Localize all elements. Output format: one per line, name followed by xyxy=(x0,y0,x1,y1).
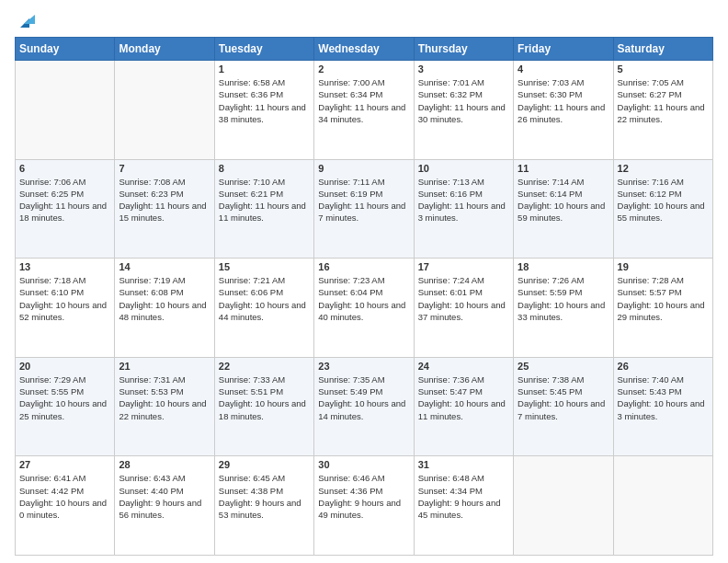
day-number: 29 xyxy=(219,459,310,470)
calendar-cell: 12Sunrise: 7:16 AMSunset: 6:12 PMDayligh… xyxy=(613,159,712,259)
logo xyxy=(15,11,37,29)
calendar-cell: 8Sunrise: 7:10 AMSunset: 6:21 PMDaylight… xyxy=(214,159,313,259)
weekday-header: Saturday xyxy=(613,38,712,61)
day-number: 31 xyxy=(418,459,509,470)
weekday-header: Sunday xyxy=(16,38,115,61)
logo-icon xyxy=(17,11,37,31)
day-info: Sunrise: 7:01 AMSunset: 6:32 PMDaylight:… xyxy=(418,76,509,125)
day-number: 22 xyxy=(219,361,310,372)
day-info: Sunrise: 6:58 AMSunset: 6:36 PMDaylight:… xyxy=(219,76,310,125)
day-number: 1 xyxy=(219,63,310,75)
calendar-cell: 2Sunrise: 7:00 AMSunset: 6:34 PMDaylight… xyxy=(314,61,414,160)
day-number: 4 xyxy=(518,63,609,75)
calendar-week-row: 20Sunrise: 7:29 AMSunset: 5:55 PMDayligh… xyxy=(16,357,713,456)
calendar-cell: 11Sunrise: 7:14 AMSunset: 6:14 PMDayligh… xyxy=(514,159,613,259)
calendar-cell: 9Sunrise: 7:11 AMSunset: 6:19 PMDaylight… xyxy=(314,159,414,259)
calendar-cell: 4Sunrise: 7:03 AMSunset: 6:30 PMDaylight… xyxy=(514,61,613,160)
weekday-header: Monday xyxy=(115,38,214,61)
day-number: 28 xyxy=(119,459,210,470)
calendar-cell: 31Sunrise: 6:48 AMSunset: 4:34 PMDayligh… xyxy=(414,456,513,556)
day-number: 26 xyxy=(618,361,709,372)
calendar-cell xyxy=(613,456,712,556)
calendar-cell xyxy=(514,456,613,556)
day-info: Sunrise: 6:46 AMSunset: 4:36 PMDaylight:… xyxy=(318,472,409,521)
calendar-cell: 20Sunrise: 7:29 AMSunset: 5:55 PMDayligh… xyxy=(16,357,115,456)
day-number: 12 xyxy=(618,163,709,174)
calendar-cell: 23Sunrise: 7:35 AMSunset: 5:49 PMDayligh… xyxy=(314,357,414,456)
weekday-header: Wednesday xyxy=(314,38,414,61)
calendar-cell: 10Sunrise: 7:13 AMSunset: 6:16 PMDayligh… xyxy=(414,159,513,259)
day-info: Sunrise: 7:38 AMSunset: 5:45 PMDaylight:… xyxy=(518,373,609,422)
day-info: Sunrise: 7:19 AMSunset: 6:08 PMDaylight:… xyxy=(119,274,210,323)
day-number: 2 xyxy=(318,63,409,75)
calendar-cell xyxy=(16,61,115,160)
calendar-cell: 25Sunrise: 7:38 AMSunset: 5:45 PMDayligh… xyxy=(514,357,613,456)
day-number: 6 xyxy=(19,163,110,174)
day-number: 24 xyxy=(418,361,509,372)
day-number: 7 xyxy=(119,163,210,174)
day-number: 9 xyxy=(318,163,409,174)
calendar-cell: 17Sunrise: 7:24 AMSunset: 6:01 PMDayligh… xyxy=(414,259,513,358)
calendar-week-row: 6Sunrise: 7:06 AMSunset: 6:25 PMDaylight… xyxy=(16,159,713,259)
calendar-cell: 26Sunrise: 7:40 AMSunset: 5:43 PMDayligh… xyxy=(613,357,712,456)
weekday-header: Tuesday xyxy=(214,38,313,61)
calendar-cell: 3Sunrise: 7:01 AMSunset: 6:32 PMDaylight… xyxy=(414,61,513,160)
day-info: Sunrise: 7:18 AMSunset: 6:10 PMDaylight:… xyxy=(19,274,110,323)
calendar-cell: 14Sunrise: 7:19 AMSunset: 6:08 PMDayligh… xyxy=(115,259,214,358)
day-info: Sunrise: 7:28 AMSunset: 5:57 PMDaylight:… xyxy=(618,274,709,323)
day-number: 10 xyxy=(418,163,509,174)
day-number: 11 xyxy=(518,163,609,174)
calendar-cell: 19Sunrise: 7:28 AMSunset: 5:57 PMDayligh… xyxy=(613,259,712,358)
day-number: 20 xyxy=(19,361,110,372)
calendar-cell: 29Sunrise: 6:45 AMSunset: 4:38 PMDayligh… xyxy=(214,456,313,556)
calendar-cell: 21Sunrise: 7:31 AMSunset: 5:53 PMDayligh… xyxy=(115,357,214,456)
day-info: Sunrise: 7:40 AMSunset: 5:43 PMDaylight:… xyxy=(618,373,709,422)
day-info: Sunrise: 7:08 AMSunset: 6:23 PMDaylight:… xyxy=(119,176,210,224)
calendar-cell: 5Sunrise: 7:05 AMSunset: 6:27 PMDaylight… xyxy=(613,61,712,160)
calendar-cell: 28Sunrise: 6:43 AMSunset: 4:40 PMDayligh… xyxy=(115,456,214,556)
day-info: Sunrise: 7:03 AMSunset: 6:30 PMDaylight:… xyxy=(518,76,609,125)
day-info: Sunrise: 7:16 AMSunset: 6:12 PMDaylight:… xyxy=(618,176,709,224)
calendar-header-row: SundayMondayTuesdayWednesdayThursdayFrid… xyxy=(16,38,713,61)
day-info: Sunrise: 6:45 AMSunset: 4:38 PMDaylight:… xyxy=(219,472,310,521)
calendar-cell: 18Sunrise: 7:26 AMSunset: 5:59 PMDayligh… xyxy=(514,259,613,358)
day-info: Sunrise: 7:11 AMSunset: 6:19 PMDaylight:… xyxy=(318,176,409,224)
day-number: 14 xyxy=(119,261,210,272)
day-info: Sunrise: 7:24 AMSunset: 6:01 PMDaylight:… xyxy=(418,274,509,323)
calendar-cell xyxy=(115,61,214,160)
calendar-table: SundayMondayTuesdayWednesdayThursdayFrid… xyxy=(15,37,713,556)
day-info: Sunrise: 7:10 AMSunset: 6:21 PMDaylight:… xyxy=(219,176,310,224)
day-info: Sunrise: 7:33 AMSunset: 5:51 PMDaylight:… xyxy=(219,373,310,422)
calendar-cell: 6Sunrise: 7:06 AMSunset: 6:25 PMDaylight… xyxy=(16,159,115,259)
day-info: Sunrise: 6:48 AMSunset: 4:34 PMDaylight:… xyxy=(418,472,509,521)
calendar-cell: 30Sunrise: 6:46 AMSunset: 4:36 PMDayligh… xyxy=(314,456,414,556)
day-number: 16 xyxy=(318,261,409,272)
calendar-cell: 7Sunrise: 7:08 AMSunset: 6:23 PMDaylight… xyxy=(115,159,214,259)
day-number: 13 xyxy=(19,261,110,272)
day-info: Sunrise: 7:29 AMSunset: 5:55 PMDaylight:… xyxy=(19,373,110,422)
calendar-cell: 13Sunrise: 7:18 AMSunset: 6:10 PMDayligh… xyxy=(16,259,115,358)
day-number: 19 xyxy=(618,261,709,272)
calendar-cell: 27Sunrise: 6:41 AMSunset: 4:42 PMDayligh… xyxy=(16,456,115,556)
day-info: Sunrise: 7:21 AMSunset: 6:06 PMDaylight:… xyxy=(219,274,310,323)
day-info: Sunrise: 6:43 AMSunset: 4:40 PMDaylight:… xyxy=(119,472,210,521)
day-number: 5 xyxy=(618,63,709,75)
day-info: Sunrise: 7:36 AMSunset: 5:47 PMDaylight:… xyxy=(418,373,509,422)
day-number: 8 xyxy=(219,163,310,174)
day-info: Sunrise: 7:00 AMSunset: 6:34 PMDaylight:… xyxy=(318,76,409,125)
day-info: Sunrise: 7:35 AMSunset: 5:49 PMDaylight:… xyxy=(318,373,409,422)
calendar-cell: 15Sunrise: 7:21 AMSunset: 6:06 PMDayligh… xyxy=(214,259,313,358)
weekday-header: Friday xyxy=(514,38,613,61)
calendar-week-row: 27Sunrise: 6:41 AMSunset: 4:42 PMDayligh… xyxy=(16,456,713,556)
calendar-cell: 24Sunrise: 7:36 AMSunset: 5:47 PMDayligh… xyxy=(414,357,513,456)
page: SundayMondayTuesdayWednesdayThursdayFrid… xyxy=(0,0,728,563)
day-info: Sunrise: 7:13 AMSunset: 6:16 PMDaylight:… xyxy=(418,176,509,224)
calendar-cell: 22Sunrise: 7:33 AMSunset: 5:51 PMDayligh… xyxy=(214,357,313,456)
weekday-header: Thursday xyxy=(414,38,513,61)
day-info: Sunrise: 7:06 AMSunset: 6:25 PMDaylight:… xyxy=(19,176,110,224)
day-info: Sunrise: 7:26 AMSunset: 5:59 PMDaylight:… xyxy=(518,274,609,323)
day-info: Sunrise: 7:23 AMSunset: 6:04 PMDaylight:… xyxy=(318,274,409,323)
day-number: 3 xyxy=(418,63,509,75)
calendar-cell: 16Sunrise: 7:23 AMSunset: 6:04 PMDayligh… xyxy=(314,259,414,358)
calendar-week-row: 1Sunrise: 6:58 AMSunset: 6:36 PMDaylight… xyxy=(16,61,713,160)
